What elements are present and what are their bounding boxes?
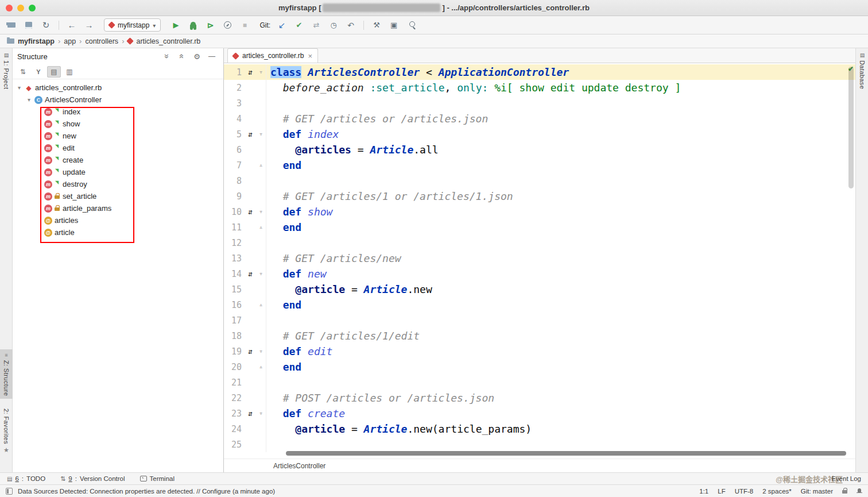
fold-marker-icon[interactable] [256,111,266,126]
run-configuration-select[interactable]: myfirstapp [104,18,161,32]
fold-marker-icon[interactable]: ▿ [256,64,266,80]
close-window-button[interactable] [6,5,13,11]
breadcrumb-item[interactable]: myfirstapp [7,37,55,45]
fold-marker-icon[interactable] [256,235,266,251]
structure-tree-row[interactable]: set_article [13,190,223,202]
gear-icon[interactable] [190,50,204,63]
breadcrumb-item[interactable]: app [64,37,76,45]
toolwindow-button-favorites[interactable]: 2: Favorites ★ [0,406,13,457]
code-line[interactable]: 20 ▵ end [224,359,855,375]
structure-tree-row[interactable]: article_params [13,202,223,214]
status-widget[interactable]: Git: master [801,488,833,495]
commit-icon[interactable] [292,19,306,32]
code-line[interactable]: 4 # GET /articles or /articles.json [224,111,855,126]
status-message[interactable]: Data Sources Detected: Connection proper… [18,488,691,495]
structure-tree-row[interactable]: show [13,118,223,130]
expander-icon[interactable] [16,84,22,91]
code-line[interactable]: 8 [224,173,855,188]
code-editor[interactable]: 1 ▿ class ArticlesController < Applicati… [224,63,855,459]
rails-action-gutter-icon[interactable] [245,68,256,76]
code-line[interactable]: 2 before_action :set_article, only: %i[ … [224,80,855,95]
run-with-coverage-icon[interactable] [203,19,217,32]
code-line[interactable]: 17 [224,313,855,328]
expander-icon[interactable] [26,97,32,103]
editor-tab[interactable]: articles_controller.rb [227,48,318,63]
code-line[interactable]: 3 [224,95,855,111]
fold-marker-icon[interactable] [256,142,266,157]
fold-marker-icon[interactable] [256,173,266,188]
rollback-icon[interactable] [344,19,358,32]
forward-icon[interactable] [82,19,96,32]
expand-all-icon[interactable] [160,50,174,63]
code-line[interactable]: 11 ▵ end [224,219,855,235]
code-line[interactable]: 13 # GET /articles/new [224,251,855,266]
tool-window-button-todo[interactable]: 6 : TODO [7,475,45,482]
zoom-window-button[interactable] [29,5,36,11]
code-line[interactable]: 14 ▿ def new [224,266,855,282]
tool-window-button-version-control[interactable]: 9 : Version Control [60,475,125,483]
structure-tree-row[interactable]: edit [13,142,223,154]
code-line[interactable]: 22 # POST /articles or /articles.json [224,390,855,406]
back-icon[interactable] [65,19,79,32]
search-icon[interactable] [404,19,418,32]
status-widget[interactable]: LF [718,488,725,495]
fold-marker-icon[interactable] [256,437,266,452]
run-icon[interactable] [169,19,183,32]
structure-tree-row[interactable]: create [13,154,223,166]
structure-tree-row[interactable]: articles [13,214,223,226]
fold-marker-icon[interactable] [256,375,266,390]
update-project-icon[interactable] [275,19,289,32]
code-line[interactable]: 16 ▵ end [224,297,855,313]
lock-icon[interactable] [842,488,847,494]
fold-marker-icon[interactable]: ▿ [256,406,266,421]
fold-marker-icon[interactable] [256,328,266,344]
toolwindow-button-project[interactable]: ▤ 1: Project [0,49,13,92]
show-fields-icon[interactable] [63,66,76,78]
toolwindow-toggle-icon[interactable] [6,488,13,495]
code-line[interactable]: 25 [224,437,855,452]
fold-marker-icon[interactable] [256,95,266,111]
history-icon[interactable] [327,19,340,32]
fold-marker-icon[interactable]: ▵ [256,219,266,235]
debug-icon[interactable] [186,19,200,32]
open-project-icon[interactable] [5,19,18,32]
rails-action-gutter-icon[interactable] [245,269,256,278]
fold-marker-icon[interactable]: ▿ [256,344,266,359]
hide-panel-icon[interactable] [205,50,219,63]
synchronize-icon[interactable] [39,19,53,32]
structure-tree-row[interactable]: article [13,226,223,238]
editor-breadcrumb[interactable]: ArticlesController [224,459,855,472]
fold-marker-icon[interactable]: ▵ [256,359,266,375]
minimize-window-button[interactable] [17,5,24,11]
breadcrumb-item[interactable]: controllers [85,37,118,45]
rails-action-gutter-icon[interactable] [245,409,256,418]
save-all-icon[interactable] [22,19,36,32]
status-widget[interactable]: 1:1 [699,488,708,495]
rails-action-gutter-icon[interactable] [245,207,256,216]
fold-marker-icon[interactable] [256,80,266,95]
structure-tree-row[interactable]: ArticlesController [13,94,223,106]
vertical-scrollbar[interactable] [848,67,854,188]
code-line[interactable]: 19 ▿ def edit [224,344,855,359]
console-icon[interactable] [387,19,401,32]
code-line[interactable]: 18 # GET /articles/1/edit [224,328,855,344]
status-widget[interactable]: 2 spaces* [762,488,792,495]
fold-marker-icon[interactable] [256,188,266,204]
toolwindow-button-database[interactable]: ▤ Database [856,49,868,92]
notifications-bell-icon[interactable] [857,488,862,494]
rails-action-gutter-icon[interactable] [245,130,256,138]
fold-marker-icon[interactable] [256,251,266,266]
code-line[interactable]: 1 ▿ class ArticlesController < Applicati… [224,64,855,80]
code-line[interactable]: 7 ▵ end [224,157,855,173]
code-line[interactable]: 9 # GET /articles/1 or /articles/1.json [224,188,855,204]
code-line[interactable]: 15 @article = Article.new [224,282,855,297]
fold-marker-icon[interactable]: ▿ [256,266,266,282]
code-line[interactable]: 24 @article = Article.new(article_params… [224,421,855,437]
horizontal-scrollbar[interactable] [286,451,846,456]
structure-tree-row[interactable]: articles_controller.rb [13,82,223,94]
breadcrumb-item[interactable]: articles_controller.rb [127,37,200,45]
code-line[interactable]: 12 [224,235,855,251]
stop-icon[interactable] [238,19,251,32]
profile-icon[interactable] [220,19,234,32]
code-line[interactable]: 10 ▿ def show [224,204,855,219]
